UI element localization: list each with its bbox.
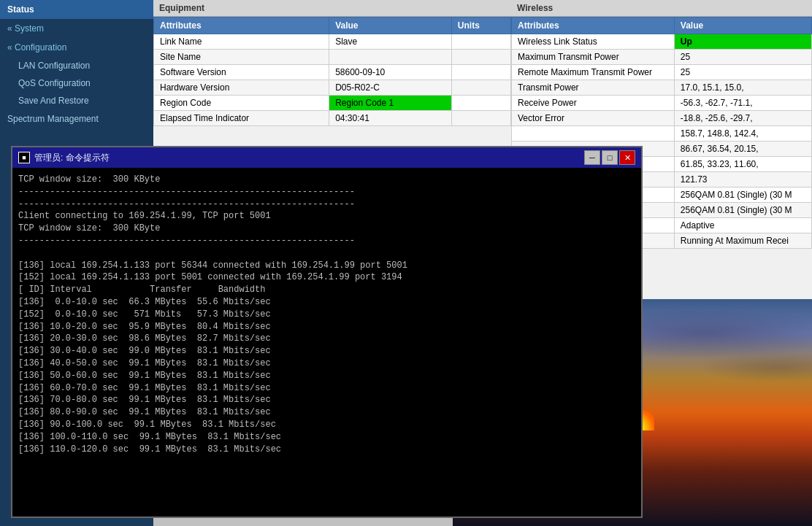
table-row: Software Version58600-09-10: [154, 65, 511, 80]
wireless-value-cell: 86.67, 36.54, 20.15,: [674, 142, 811, 157]
sidebar-item-lan-config[interactable]: LAN Configuration: [0, 57, 153, 74]
equipment-attr-cell: Region Code: [154, 96, 329, 111]
wireless-value-cell: 121.73: [674, 172, 811, 187]
wireless-value-cell: 256QAM 0.81 (Single) (30 M: [674, 187, 811, 203]
wireless-value-cell: Up: [674, 34, 811, 50]
equipment-title: Equipment: [153, 0, 511, 17]
table-row: Vector Error-18.8, -25.6, -29.7,: [512, 111, 812, 126]
equipment-value-cell: 04:30:41: [329, 111, 452, 126]
equipment-units-cell: [451, 111, 510, 126]
sidebar-item-status[interactable]: Status: [0, 0, 153, 19]
equipment-value-cell: D05-R02-C: [329, 80, 452, 96]
cmd-titlebar[interactable]: ■ 管理员: 命令提示符 ─ □ ✕: [12, 147, 641, 168]
table-row: 158.7, 148.8, 142.4,: [512, 126, 812, 142]
table-row: Link NameSlave: [154, 34, 511, 50]
equipment-table: Attributes Value Units Link NameSlaveSit…: [153, 17, 511, 126]
cmd-window: ■ 管理员: 命令提示符 ─ □ ✕ TCP window size: 300 …: [11, 146, 643, 518]
equipment-attr-cell: Site Name: [154, 50, 329, 65]
wireless-attr-cell: Vector Error: [512, 111, 675, 126]
wireless-value-cell: 158.7, 148.8, 142.4,: [674, 126, 811, 142]
table-row: Hardware VersionD05-R02-C: [154, 80, 511, 96]
table-row: Maximum Transmit Power25: [512, 50, 812, 65]
wireless-attr-cell: Transmit Power: [512, 80, 675, 96]
cmd-minimize-button[interactable]: ─: [584, 150, 600, 165]
wireless-value-cell: 25: [674, 65, 811, 80]
table-row: Remote Maximum Transmit Power25: [512, 65, 812, 80]
wireless-title: Wireless: [511, 0, 812, 17]
cmd-window-buttons: ─ □ ✕: [584, 150, 635, 165]
cmd-maximize-button[interactable]: □: [602, 150, 618, 165]
equipment-col-value: Value: [329, 18, 452, 34]
sidebar-item-save-restore[interactable]: Save And Restore: [0, 92, 153, 109]
equipment-attr-cell: Hardware Version: [154, 80, 329, 96]
equipment-units-cell: [451, 65, 510, 80]
equipment-col-attr: Attributes: [154, 18, 329, 34]
wireless-attr-cell: Remote Maximum Transmit Power: [512, 65, 675, 80]
table-row: Elapsed Time Indicator04:30:41: [154, 111, 511, 126]
table-row: Site Name: [154, 50, 511, 65]
wireless-attr-cell: Wireless Link Status: [512, 34, 675, 50]
equipment-units-cell: [451, 50, 510, 65]
wireless-value-cell: 256QAM 0.81 (Single) (30 M: [674, 203, 811, 218]
table-row: Transmit Power17.0, 15.1, 15.0,: [512, 80, 812, 96]
wireless-value-cell: 61.85, 33.23, 11.60,: [674, 157, 811, 172]
sidebar-item-spectrum[interactable]: Spectrum Management: [0, 109, 153, 128]
equipment-units-cell: [451, 34, 510, 50]
equipment-attr-cell: Link Name: [154, 34, 329, 50]
equipment-value-cell: 58600-09-10: [329, 65, 452, 80]
cmd-icon: ■: [18, 152, 30, 163]
table-row: Region CodeRegion Code 1: [154, 96, 511, 111]
table-row: Wireless Link StatusUp: [512, 34, 812, 50]
wireless-value-cell: 25: [674, 50, 811, 65]
wireless-attr-cell: [512, 126, 675, 142]
table-row: Receive Power-56.3, -62.7, -71.1,: [512, 96, 812, 111]
wireless-value-cell: 17.0, 15.1, 15.0,: [674, 80, 811, 96]
sidebar-item-configuration[interactable]: Configuration: [0, 38, 153, 57]
equipment-value-cell: [329, 50, 452, 65]
wireless-value-cell: Adaptive: [674, 218, 811, 233]
cmd-title: 管理员: 命令提示符: [34, 152, 110, 164]
equipment-units-cell: [451, 96, 510, 111]
wireless-value-cell: -56.3, -62.7, -71.1,: [674, 96, 811, 111]
sidebar-item-system[interactable]: System: [0, 19, 153, 38]
equipment-units-cell: [451, 80, 510, 96]
equipment-attr-cell: Elapsed Time Indicator: [154, 111, 329, 126]
equipment-value-cell: Slave: [329, 34, 452, 50]
cmd-body[interactable]: TCP window size: 300 KByte -------------…: [12, 168, 641, 517]
equipment-col-units: Units: [451, 18, 510, 34]
equipment-attr-cell: Software Version: [154, 65, 329, 80]
cmd-close-button[interactable]: ✕: [619, 150, 635, 165]
wireless-col-attr: Attributes: [512, 18, 675, 34]
equipment-section: Equipment Attributes Value Units Link Na…: [153, 0, 511, 146]
wireless-value-cell: Running At Maximum Recei: [674, 233, 811, 249]
wireless-attr-cell: Maximum Transmit Power: [512, 50, 675, 65]
wireless-value-cell: -18.8, -25.6, -29.7,: [674, 111, 811, 126]
sidebar-item-qos-config[interactable]: QoS Configuration: [0, 74, 153, 92]
equipment-value-cell: Region Code 1: [329, 96, 452, 111]
wireless-col-value: Value: [674, 18, 811, 34]
wireless-attr-cell: Receive Power: [512, 96, 675, 111]
